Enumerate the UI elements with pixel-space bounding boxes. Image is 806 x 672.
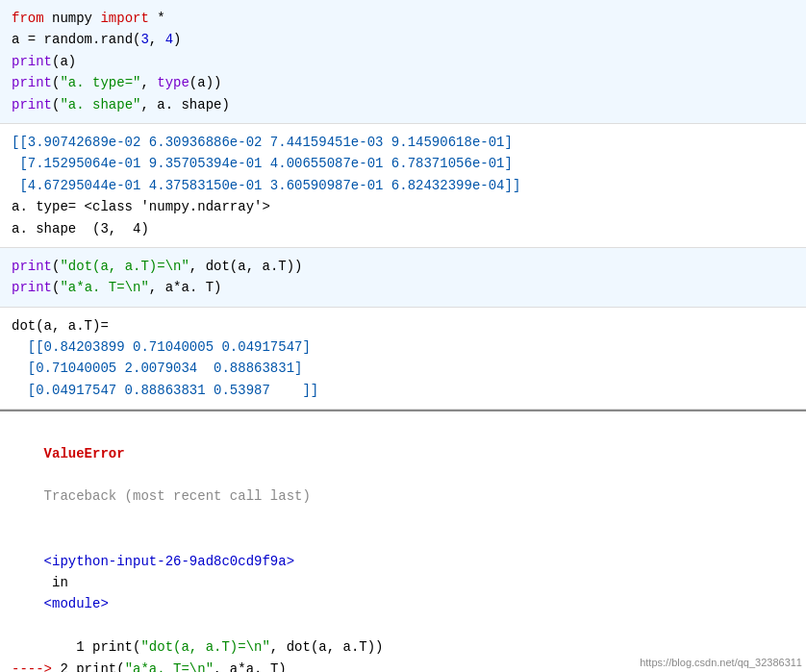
error-in: in	[44, 575, 77, 590]
code-line-5: print("a. shape", a. shape)	[12, 94, 794, 115]
error-title: ValueError	[44, 446, 125, 461]
error-module: <module>	[44, 596, 109, 611]
code-line-4: print("a. type=", type(a))	[12, 72, 794, 93]
output-section-2: dot(a, a.T)= [[0.84203899 0.71040005 0.0…	[0, 308, 806, 411]
code-line-1: from numpy import *	[12, 8, 794, 29]
code-section-2: print("dot(a, a.T)=\n", dot(a, a.T)) pri…	[0, 248, 806, 308]
output-line-1: [[3.90742689e-02 6.30936886e-02 7.441594…	[12, 132, 794, 153]
error-section: ValueError Traceback (most recent call l…	[0, 411, 806, 672]
traceback-label: Traceback (most recent call last)	[44, 488, 311, 504]
output-line-4: a. type= <class 'numpy.ndarray'>	[12, 196, 794, 217]
output-line-9: [0.04917547 0.88863831 0.53987 ]]	[12, 380, 794, 401]
output-line-2: [7.15295064e-01 9.35705394e-01 4.0065508…	[12, 153, 794, 174]
error-title-line: ValueError Traceback (most recent call l…	[12, 421, 794, 529]
footer-link: https://blog.csdn.net/qq_32386311	[640, 657, 802, 668]
code-line-7: print("a*a. T=\n", a*a. T)	[12, 277, 794, 298]
error-line1: 1 print("dot(a, a.T)=\n", dot(a, a.T))	[12, 636, 794, 658]
output-line-8: [0.71040005 2.0079034 0.88863831]	[12, 358, 794, 379]
error-location-line: <ipython-input-26-9ad8c0cd9f9a> in <modu…	[12, 529, 794, 636]
code-line-3: print(a)	[12, 51, 794, 72]
output-section-1: [[3.90742689e-02 6.30936886e-02 7.441594…	[0, 124, 806, 248]
output-line-7: [[0.84203899 0.71040005 0.04917547]	[12, 336, 794, 358]
output-line-6: dot(a, a.T)=	[12, 315, 794, 336]
code-line-2: a = random.rand(3, 4)	[12, 29, 794, 50]
code-line-6: print("dot(a, a.T)=\n", dot(a, a.T))	[12, 256, 794, 277]
output-line-5: a. shape (3, 4)	[12, 218, 794, 239]
output-line-3: [4.67295044e-01 4.37583150e-01 3.6059098…	[12, 175, 794, 196]
error-file: <ipython-input-26-9ad8c0cd9f9a>	[44, 554, 294, 569]
code-section-1: from numpy import * a = random.rand(3, 4…	[0, 0, 806, 124]
